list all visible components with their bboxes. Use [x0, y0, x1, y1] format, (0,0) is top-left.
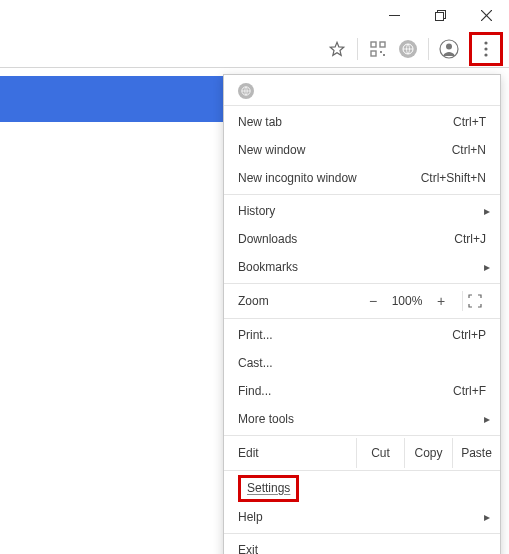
extension-icon[interactable]	[398, 39, 418, 59]
menu-shortcut: Ctrl+T	[453, 115, 486, 129]
menu-zoom: Zoom − 100% +	[224, 286, 500, 316]
extension-indicator[interactable]	[224, 79, 500, 103]
menu-more-tools[interactable]: More tools ▸	[224, 405, 500, 433]
menu-divider	[224, 318, 500, 319]
menu-new-tab[interactable]: New tab Ctrl+T	[224, 108, 500, 136]
svg-point-14	[484, 47, 487, 50]
svg-rect-8	[380, 51, 382, 53]
menu-exit[interactable]: Exit	[224, 536, 500, 554]
menu-label: New window	[238, 143, 452, 157]
svg-point-15	[484, 53, 487, 56]
menu-label: History	[238, 204, 486, 218]
fullscreen-button[interactable]	[462, 291, 486, 311]
chevron-right-icon: ▸	[484, 412, 490, 426]
toolbar-separator	[428, 38, 429, 60]
menu-divider	[224, 470, 500, 471]
window-titlebar	[0, 0, 509, 30]
menu-label: Zoom	[238, 294, 360, 308]
menu-divider	[224, 435, 500, 436]
menu-label: Cast...	[238, 356, 486, 370]
edit-copy-button[interactable]: Copy	[404, 438, 452, 468]
toolbar-separator	[357, 38, 358, 60]
menu-label: New tab	[238, 115, 453, 129]
settings-highlight: Settings	[238, 475, 299, 502]
menu-new-incognito[interactable]: New incognito window Ctrl+Shift+N	[224, 164, 500, 192]
profile-avatar-icon[interactable]	[439, 39, 459, 59]
chevron-right-icon: ▸	[484, 260, 490, 274]
svg-rect-6	[380, 42, 385, 47]
menu-settings[interactable]: Settings	[224, 473, 500, 503]
menu-help[interactable]: Help ▸	[224, 503, 500, 531]
globe-icon	[399, 40, 417, 58]
globe-icon	[238, 83, 254, 99]
menu-divider	[224, 533, 500, 534]
more-menu-button[interactable]	[476, 39, 496, 59]
window-minimize-button[interactable]	[371, 0, 417, 30]
menu-label: More tools	[238, 412, 486, 426]
menu-label: Help	[238, 510, 486, 524]
menu-shortcut: Ctrl+J	[454, 232, 486, 246]
browser-toolbar	[0, 30, 509, 68]
menu-label: Bookmarks	[238, 260, 486, 274]
menu-print[interactable]: Print... Ctrl+P	[224, 321, 500, 349]
chrome-main-menu: New tab Ctrl+T New window Ctrl+N New inc…	[223, 74, 501, 554]
menu-label: Settings	[247, 481, 290, 495]
edit-paste-button[interactable]: Paste	[452, 438, 500, 468]
fullscreen-icon	[468, 294, 482, 308]
menu-shortcut: Ctrl+P	[452, 328, 486, 342]
svg-rect-2	[435, 12, 443, 20]
edit-cut-button[interactable]: Cut	[356, 438, 404, 468]
menu-new-window[interactable]: New window Ctrl+N	[224, 136, 500, 164]
menu-downloads[interactable]: Downloads Ctrl+J	[224, 225, 500, 253]
svg-point-12	[446, 43, 452, 49]
bookmark-star-icon[interactable]	[327, 39, 347, 59]
menu-edit-row: Edit Cut Copy Paste	[224, 438, 500, 468]
three-dots-icon	[484, 41, 488, 57]
menu-divider	[224, 283, 500, 284]
svg-rect-7	[371, 51, 376, 56]
menu-history[interactable]: History ▸	[224, 197, 500, 225]
menu-shortcut: Ctrl+F	[453, 384, 486, 398]
menu-label: Downloads	[238, 232, 454, 246]
menu-label: Edit	[224, 438, 356, 468]
chevron-right-icon: ▸	[484, 510, 490, 524]
menu-label: Print...	[238, 328, 452, 342]
svg-rect-9	[383, 54, 385, 56]
svg-point-13	[484, 41, 487, 44]
menu-shortcut: Ctrl+N	[452, 143, 486, 157]
menu-divider	[224, 105, 500, 106]
menu-shortcut: Ctrl+Shift+N	[421, 171, 486, 185]
page-content-strip	[0, 76, 226, 122]
window-close-button[interactable]	[463, 0, 509, 30]
menu-bookmarks[interactable]: Bookmarks ▸	[224, 253, 500, 281]
menu-label: Exit	[238, 543, 486, 554]
zoom-out-button[interactable]: −	[360, 293, 386, 309]
zoom-in-button[interactable]: +	[428, 293, 454, 309]
qr-extension-icon[interactable]	[368, 39, 388, 59]
menu-cast[interactable]: Cast...	[224, 349, 500, 377]
menu-divider	[224, 194, 500, 195]
svg-rect-5	[371, 42, 376, 47]
menu-find[interactable]: Find... Ctrl+F	[224, 377, 500, 405]
menu-label: Find...	[238, 384, 453, 398]
chevron-right-icon: ▸	[484, 204, 490, 218]
menu-label: New incognito window	[238, 171, 421, 185]
window-maximize-button[interactable]	[417, 0, 463, 30]
zoom-value: 100%	[386, 294, 428, 308]
more-menu-highlight	[469, 32, 503, 66]
